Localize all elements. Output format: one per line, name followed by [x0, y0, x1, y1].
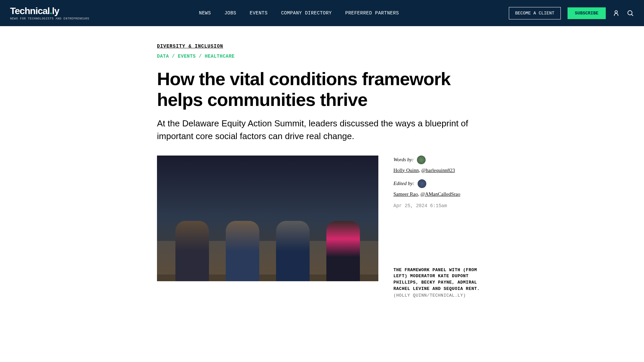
nav-preferred-partners[interactable]: PREFERRED PARTNERS [345, 10, 399, 16]
editor-handle-link[interactable]: @AManCalledSrao [420, 191, 460, 197]
main-nav: NEWS JOBS EVENTS COMPANY DIRECTORY PREFE… [199, 10, 399, 16]
author-link[interactable]: Holly Quinn [393, 168, 419, 173]
nav-events[interactable]: EVENTS [250, 10, 268, 16]
header-actions: BECOME A CLIENT SUBSCRIBE [509, 7, 634, 19]
author-handle-link[interactable]: @harlequinn823 [421, 168, 455, 173]
words-by-label: Words by: [393, 157, 414, 163]
tag-data[interactable]: DATA [157, 54, 169, 59]
svg-point-0 [615, 11, 617, 13]
search-icon[interactable] [627, 9, 634, 17]
logo: Technical.ly [10, 6, 89, 16]
svg-line-2 [632, 14, 633, 16]
article-headline: How the vital conditions framework helps… [157, 68, 487, 110]
tag-separator: / [172, 54, 178, 59]
subscribe-button[interactable]: SUBSCRIBE [568, 7, 606, 19]
edited-by-label: Edited by: [393, 181, 414, 186]
article-subhead: At the Delaware Equity Action Summit, le… [157, 117, 487, 142]
tag-separator: / [199, 54, 205, 59]
category-link[interactable]: DIVERSITY & INCLUSION [157, 44, 223, 49]
article-content: DIVERSITY & INCLUSION DATA / EVENTS / HE… [150, 26, 494, 298]
tag-list: DATA / EVENTS / HEALTHCARE [157, 54, 487, 59]
image-credit: (HOLLY QUINN/TECHNICAL.LY) [393, 293, 487, 298]
article-body: Words by: Holly Quinn, @harlequinn823 Ed… [157, 156, 487, 298]
publish-timestamp: Apr 25, 2024 6:15am [393, 203, 487, 208]
site-header: Technical.ly NEWS FOR TECHNOLOGISTS AND … [0, 0, 644, 26]
tagline: NEWS FOR TECHNOLOGISTS AND ENTREPRENEURS [10, 17, 89, 20]
author-avatar [417, 156, 426, 164]
author-byline: Words by: Holly Quinn, @harlequinn823 [393, 156, 487, 173]
tag-events[interactable]: EVENTS [178, 54, 196, 59]
editor-link[interactable]: Sameer Rao [393, 191, 418, 197]
svg-point-1 [628, 11, 632, 15]
nav-news[interactable]: NEWS [199, 10, 211, 16]
become-client-button[interactable]: BECOME A CLIENT [509, 7, 561, 19]
hero-image [157, 156, 378, 281]
account-icon[interactable] [612, 9, 620, 17]
logo-area[interactable]: Technical.ly NEWS FOR TECHNOLOGISTS AND … [10, 6, 89, 20]
image-caption: THE FRAMEWORK PANEL WITH (FROM LEFT) MOD… [393, 267, 487, 292]
editor-avatar [418, 179, 426, 188]
nav-company-directory[interactable]: COMPANY DIRECTORY [281, 10, 332, 16]
tag-healthcare[interactable]: HEALTHCARE [205, 54, 234, 59]
article-meta: Words by: Holly Quinn, @harlequinn823 Ed… [393, 156, 487, 298]
editor-byline: Edited by: Sameer Rao, @AManCalledSrao [393, 179, 487, 197]
nav-jobs[interactable]: JOBS [224, 10, 236, 16]
